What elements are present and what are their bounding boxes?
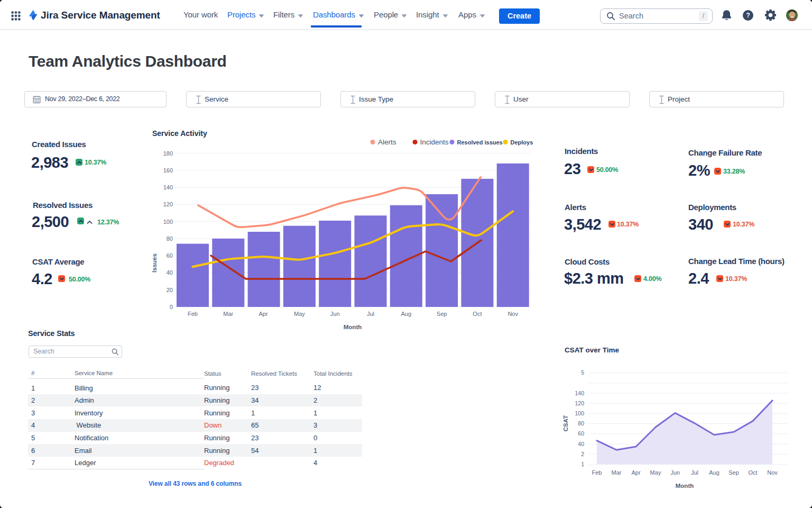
svg-text:Jun: Jun — [670, 469, 680, 476]
svg-text:60: 60 — [578, 430, 584, 437]
svg-text:Service Activity: Service Activity — [152, 129, 207, 138]
svg-text:Sep: Sep — [728, 469, 739, 476]
svg-text:CSAT over Time: CSAT over Time — [565, 346, 620, 354]
svg-text:Jul: Jul — [691, 469, 698, 476]
svg-text:100: 100 — [575, 410, 584, 416]
svg-text:CSAT: CSAT — [562, 415, 569, 431]
svg-text:120: 120 — [163, 201, 173, 207]
svg-text:May: May — [650, 469, 661, 476]
svg-text:?: ? — [746, 12, 750, 19]
svg-text:Resolved issues: Resolved issues — [457, 139, 503, 146]
svg-text:180: 180 — [163, 150, 173, 157]
svg-text:Mar: Mar — [612, 469, 622, 476]
svg-text:2: 2 — [581, 451, 584, 457]
svg-text:Apr: Apr — [259, 311, 268, 317]
svg-text:Deploys: Deploys — [511, 139, 533, 146]
svg-text:80: 80 — [167, 235, 173, 242]
svg-text:60: 60 — [167, 252, 173, 259]
svg-text:120: 120 — [575, 400, 584, 406]
svg-text:Nov: Nov — [508, 311, 518, 317]
svg-text:140: 140 — [163, 184, 173, 190]
svg-text:Feb: Feb — [188, 311, 198, 317]
svg-text:Mar: Mar — [223, 311, 233, 317]
svg-text:Month: Month — [676, 483, 694, 489]
svg-text:Apr: Apr — [631, 469, 640, 476]
svg-text:Aug: Aug — [709, 469, 719, 476]
svg-text:Month: Month — [344, 324, 362, 330]
svg-text:160: 160 — [163, 167, 173, 174]
svg-text:Jun: Jun — [330, 311, 340, 317]
svg-text:Feb: Feb — [592, 469, 602, 476]
svg-text:5: 5 — [581, 369, 584, 376]
svg-text:Sep: Sep — [437, 311, 447, 317]
svg-text:80: 80 — [578, 420, 584, 427]
svg-text:Jul: Jul — [367, 311, 374, 317]
svg-text:Nov: Nov — [767, 469, 778, 476]
svg-text:20: 20 — [167, 287, 173, 293]
svg-text:Issues: Issues — [151, 253, 158, 273]
svg-text:Alerts: Alerts — [378, 138, 396, 146]
svg-text:Oct: Oct — [473, 311, 482, 317]
svg-text:Incidents: Incidents — [420, 138, 449, 146]
svg-text:Oct: Oct — [748, 469, 757, 476]
svg-text:1: 1 — [581, 461, 584, 467]
svg-text:100: 100 — [163, 219, 173, 225]
svg-text:40: 40 — [167, 269, 173, 276]
svg-text:0: 0 — [170, 304, 173, 310]
svg-text:Aug: Aug — [401, 311, 412, 317]
svg-text:140: 140 — [575, 390, 584, 396]
svg-text:40: 40 — [578, 441, 584, 447]
svg-text:May: May — [294, 311, 305, 317]
